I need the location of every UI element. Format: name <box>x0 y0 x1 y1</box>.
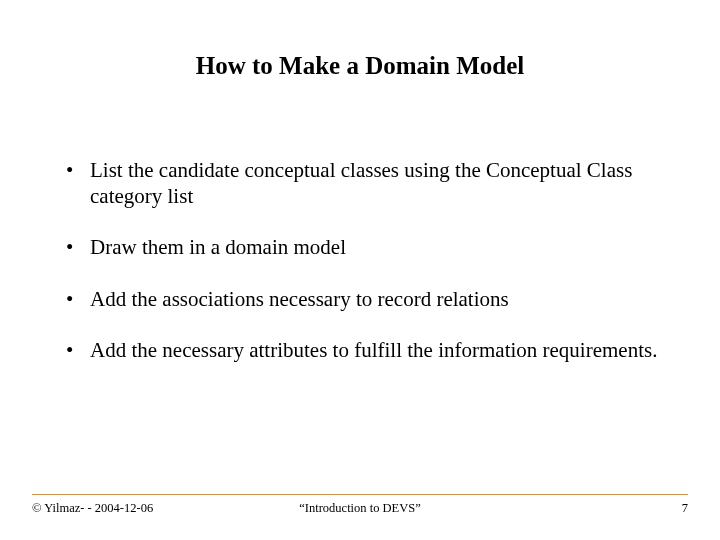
footer-title: “Introduction to DEVS” <box>251 501 470 516</box>
footer-page-number: 7 <box>469 501 688 516</box>
list-item: Add the necessary attributes to fulfill … <box>60 338 660 364</box>
list-item: List the candidate conceptual classes us… <box>60 158 660 209</box>
bullet-list: List the candidate conceptual classes us… <box>60 158 660 364</box>
footer-copyright: © Yilmaz- - 2004-12-06 <box>32 501 251 516</box>
slide: How to Make a Domain Model List the cand… <box>0 0 720 540</box>
slide-footer: © Yilmaz- - 2004-12-06 “Introduction to … <box>0 494 720 516</box>
list-item: Add the associations necessary to record… <box>60 287 660 313</box>
slide-title: How to Make a Domain Model <box>0 0 720 90</box>
list-item: Draw them in a domain model <box>60 235 660 261</box>
footer-divider <box>32 494 688 495</box>
footer-row: © Yilmaz- - 2004-12-06 “Introduction to … <box>32 501 688 516</box>
slide-content: List the candidate conceptual classes us… <box>0 90 720 364</box>
